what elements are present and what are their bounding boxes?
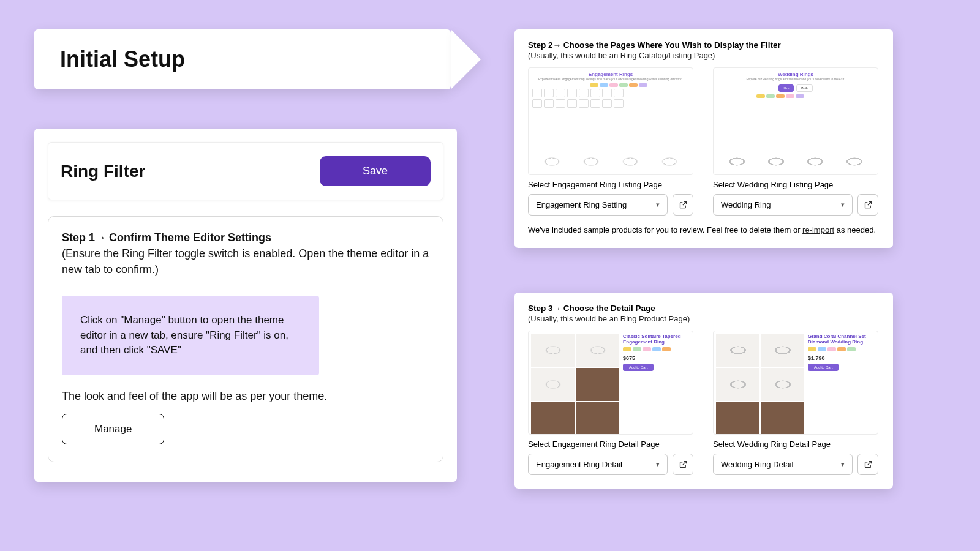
- step1-title: Step 1→ Confirm Theme Editor Settings: [62, 231, 429, 244]
- engagement-detail-open-button[interactable]: [673, 454, 693, 475]
- ring-filter-card: Ring Filter Save Step 1→ Confirm Theme E…: [34, 129, 457, 482]
- wedding-detail-select[interactable]: Wedding Ring Detail ▾: [713, 454, 853, 475]
- engagement-listing-open-button[interactable]: [673, 194, 693, 216]
- external-link-icon: [864, 460, 873, 469]
- step1-callout: Click on "Manage" button to open the the…: [62, 296, 319, 375]
- wedding-listing-open-button[interactable]: [858, 194, 878, 216]
- chevron-down-icon: ▾: [841, 201, 845, 209]
- engagement-detail-label: Select Engagement Ring Detail Page: [528, 440, 693, 449]
- wedding-detail-block: Grand Coral Channel Set Diamond Wedding …: [713, 331, 878, 475]
- wedding-listing-select[interactable]: Wedding Ring ▾: [713, 194, 853, 216]
- look-feel-note: The look and feel of the app will be as …: [62, 390, 429, 403]
- external-link-icon: [679, 200, 688, 209]
- step1-subtitle: (Ensure the Ring Filter toggle switch is…: [62, 246, 429, 277]
- external-link-icon: [864, 200, 873, 209]
- ring-filter-title: Ring Filter: [61, 162, 145, 181]
- sample-products-note: We've included sample products for you t…: [528, 225, 880, 234]
- step3-card: Step 3→ Choose the Detail Page (Usually,…: [514, 293, 893, 489]
- engagement-listing-label: Select Engagement Ring Listing Page: [528, 180, 693, 189]
- engagement-detail-select[interactable]: Engagement Ring Detail ▾: [528, 454, 668, 475]
- wedding-listing-preview: Wedding Rings Explore our wedding rings …: [713, 67, 878, 175]
- ring-filter-header: Ring Filter Save: [48, 142, 443, 200]
- step3-title: Step 3→ Choose the Detail Page: [528, 304, 880, 313]
- engagement-listing-select[interactable]: Engagement Ring Setting ▾: [528, 194, 668, 216]
- setup-banner: Initial Setup: [34, 29, 451, 89]
- step2-subtitle: (Usually, this would be an Ring Catalog/…: [528, 51, 880, 60]
- step2-card: Step 2→ Choose the Pages Where You Wish …: [514, 29, 893, 248]
- step2-title: Step 2→ Choose the Pages Where You Wish …: [528, 40, 880, 50]
- engagement-listing-preview: Engagement Rings Explore timeless engage…: [528, 67, 693, 175]
- manage-button[interactable]: Manage: [62, 414, 164, 444]
- chevron-down-icon: ▾: [656, 201, 660, 209]
- chevron-down-icon: ▾: [841, 460, 845, 468]
- step3-subtitle: (Usually, this would be an Ring Product …: [528, 314, 880, 323]
- wedding-detail-preview: Grand Coral Channel Set Diamond Wedding …: [713, 331, 878, 435]
- wedding-detail-open-button[interactable]: [858, 454, 878, 475]
- chevron-down-icon: ▾: [656, 460, 660, 468]
- wedding-detail-label: Select Wedding Ring Detail Page: [713, 440, 878, 449]
- wedding-listing-block: Wedding Rings Explore our wedding rings …: [713, 67, 878, 216]
- wedding-listing-label: Select Wedding Ring Listing Page: [713, 180, 878, 189]
- external-link-icon: [679, 460, 688, 469]
- save-button[interactable]: Save: [320, 156, 431, 186]
- engagement-detail-block: Classic Solitaire Tapered Engagement Rin…: [528, 331, 693, 475]
- engagement-detail-preview: Classic Solitaire Tapered Engagement Rin…: [528, 331, 693, 435]
- step1-box: Step 1→ Confirm Theme Editor Settings (E…: [48, 216, 443, 462]
- re-import-link[interactable]: re-import: [802, 225, 834, 234]
- engagement-listing-block: Engagement Rings Explore timeless engage…: [528, 67, 693, 216]
- banner-title: Initial Setup: [60, 47, 185, 72]
